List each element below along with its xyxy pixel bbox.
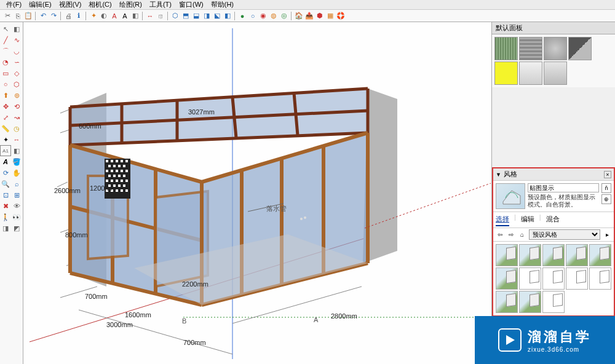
nav-fwd-icon[interactable]: ⇨ — [507, 231, 515, 239]
front-view-icon[interactable]: ⬓ — [191, 11, 201, 21]
style-swatch[interactable] — [519, 267, 541, 290]
rectangle-icon[interactable]: ▭ — [0, 68, 11, 79]
text-icon[interactable]: A — [109, 11, 119, 21]
top-view-icon[interactable]: ⬒ — [181, 11, 191, 21]
tape-icon[interactable]: 📏 — [0, 123, 11, 134]
material-swatch[interactable] — [544, 37, 567, 60]
axis-icon[interactable]: ✦ — [89, 11, 98, 21]
style-swatch[interactable] — [519, 244, 541, 266]
dimension-icon[interactable]: ↔ — [145, 11, 155, 21]
walk-icon[interactable]: 🚶 — [0, 212, 11, 223]
position-icon[interactable]: ✖ — [0, 200, 11, 212]
orbit-icon[interactable]: ⟳ — [0, 167, 11, 178]
extension-icon[interactable]: ⬢ — [315, 11, 325, 21]
style-swatch[interactable] — [566, 267, 588, 290]
arc-icon[interactable]: ⌒ — [0, 46, 11, 57]
pie-icon[interactable]: ◔ — [0, 57, 11, 68]
material-swatch[interactable] — [568, 37, 592, 60]
bezier-icon[interactable]: ∽ — [11, 57, 22, 68]
tab-select[interactable]: 选择 — [496, 213, 509, 226]
section2-icon[interactable]: ◧ — [11, 145, 22, 156]
section3-icon[interactable]: ◨ — [0, 223, 11, 234]
section-icon[interactable]: ◧ — [130, 11, 140, 21]
circle-icon[interactable]: ○ — [0, 79, 11, 90]
copy-icon[interactable]: ⎘ — [13, 11, 23, 21]
scale-icon[interactable]: ⤢ — [0, 112, 11, 123]
style-collection-select[interactable]: 预设风格 — [529, 229, 600, 240]
menu-tools[interactable]: 工具(T) — [146, 0, 175, 9]
style-swatch[interactable] — [496, 267, 518, 290]
zoom-icon[interactable]: 🔍 — [0, 178, 11, 189]
offset-icon[interactable]: ⊚ — [11, 90, 22, 101]
mono-icon[interactable]: ◎ — [279, 11, 289, 21]
freehand-icon[interactable]: ∿ — [11, 34, 22, 46]
hidden-icon[interactable]: ◉ — [258, 11, 268, 21]
pushpull-icon[interactable]: ⬆ — [0, 90, 11, 101]
default-tray-header[interactable]: 默认面板 — [492, 22, 615, 34]
material-swatch[interactable] — [494, 37, 518, 60]
nav-home-icon[interactable]: ⌂ — [518, 231, 526, 239]
zoom-window-icon[interactable]: ⌕ — [11, 178, 22, 189]
menu-edit[interactable]: 编辑(E) — [25, 0, 55, 9]
menu-window[interactable]: 窗口(W) — [175, 0, 207, 9]
tab-mix[interactable]: 混合 — [546, 213, 560, 226]
help-icon[interactable]: 🛟 — [336, 11, 346, 21]
label-icon[interactable]: ⎅ — [156, 11, 165, 21]
arc2-icon[interactable]: ◡ — [11, 46, 22, 57]
style-create-icon[interactable]: ⊕ — [601, 194, 611, 204]
nav-back-icon[interactable]: ⇦ — [496, 231, 504, 239]
menu-draw[interactable]: 绘图(R) — [116, 0, 146, 9]
style-swatch[interactable] — [519, 291, 541, 313]
protractor-icon[interactable]: ◷ — [11, 123, 22, 134]
style-panel-header[interactable]: ▼ 风格 × — [493, 168, 614, 181]
back-view-icon[interactable]: ⬕ — [212, 11, 222, 21]
shaded-icon[interactable]: ● — [237, 11, 247, 21]
layout-icon[interactable]: ▦ — [325, 11, 335, 21]
style-name-input[interactable] — [528, 183, 599, 192]
rotate-icon[interactable]: ⟲ — [11, 101, 22, 112]
polygon-icon[interactable]: ⬡ — [11, 79, 22, 90]
select-icon[interactable]: ↖ — [0, 23, 11, 34]
style-swatch[interactable] — [496, 291, 518, 313]
text3d2-icon[interactable]: A — [0, 156, 11, 167]
text3d-icon[interactable]: A — [120, 11, 130, 21]
style-swatch[interactable] — [542, 267, 565, 290]
redo-icon[interactable]: ↷ — [49, 11, 58, 21]
style-update-icon[interactable]: ň — [601, 183, 611, 193]
toggle-icon[interactable]: ◐ — [99, 11, 109, 21]
style-swatch[interactable] — [496, 244, 518, 266]
paste-icon[interactable]: 📋 — [23, 11, 33, 21]
share-icon[interactable]: 📤 — [304, 11, 314, 21]
axes-icon[interactable]: ✦ — [0, 134, 11, 145]
tab-edit[interactable]: 编辑 — [521, 213, 534, 226]
scissors-icon[interactable]: ✂ — [2, 11, 12, 21]
paint-icon[interactable]: 🪣 — [11, 156, 22, 167]
wire-icon[interactable]: ○ — [248, 11, 258, 21]
pan-icon[interactable]: ✋ — [11, 167, 22, 178]
model-info-icon[interactable]: ℹ — [74, 11, 84, 21]
texture-icon[interactable]: ◍ — [269, 11, 279, 21]
style-swatch[interactable] — [542, 291, 565, 313]
details-icon[interactable]: ▸ — [603, 231, 611, 239]
style-swatch[interactable] — [566, 244, 588, 266]
material-swatch[interactable] — [494, 61, 518, 85]
style-swatch[interactable] — [542, 244, 565, 266]
menu-camera[interactable]: 相机(C) — [85, 0, 115, 9]
menu-file[interactable]: 件(F) — [2, 0, 25, 9]
zoom-extents-icon[interactable]: ⊡ — [0, 189, 11, 200]
menu-help[interactable]: 帮助(H) — [207, 0, 237, 9]
material-swatch[interactable] — [519, 61, 542, 85]
warehouse-icon[interactable]: 🏠 — [294, 11, 304, 21]
eraser-icon[interactable]: ◧ — [11, 23, 22, 34]
eye-icon[interactable]: 👀 — [11, 212, 22, 223]
dimension2-icon[interactable]: ↔ — [11, 134, 22, 145]
menu-view[interactable]: 视图(V) — [55, 0, 85, 9]
style-swatch[interactable] — [589, 244, 611, 266]
iso-icon[interactable]: ⬡ — [170, 11, 180, 21]
style-swatch[interactable] — [589, 267, 611, 290]
collapse-icon[interactable]: ▼ — [496, 172, 501, 178]
look-icon[interactable]: 👁 — [11, 200, 22, 212]
previous-icon[interactable]: ⊞ — [11, 189, 22, 200]
follow-icon[interactable]: ↝ — [11, 112, 22, 123]
section4-icon[interactable]: ◩ — [11, 223, 22, 234]
